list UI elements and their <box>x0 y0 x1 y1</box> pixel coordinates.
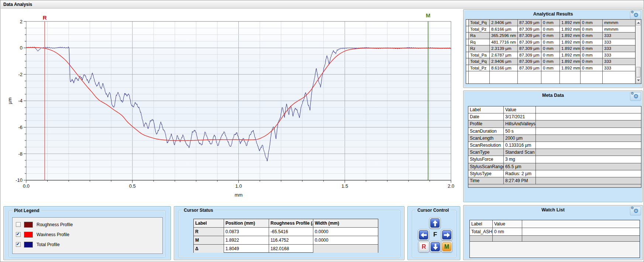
table-cell: Total_Pq <box>469 58 490 65</box>
legend-checkbox[interactable] <box>16 242 21 247</box>
cursor-left-button[interactable] <box>418 229 429 241</box>
cursor-right-button[interactable] <box>441 229 452 241</box>
table-cell <box>466 58 469 65</box>
meta-row[interactable]: ScanResolution0.133316 µm <box>468 142 641 149</box>
table-cell: 2.3139 µm <box>490 45 518 52</box>
cursor-status-row[interactable]: M1.8922116.47520.0000 <box>194 236 378 245</box>
analytical-empty-row <box>466 71 635 84</box>
cursor-label-m: M <box>426 12 431 18</box>
watch-list-table: LabelValueTotal_ASH0 nm <box>469 220 640 258</box>
scroll-up-button[interactable] <box>636 20 641 25</box>
window-title: Data Analysis <box>1 1 32 8</box>
table-cell: Profile <box>468 120 504 127</box>
analytical-row[interactable]: Rq481.7716 nm87.309 µm0 mm1.892 mm0 mm33… <box>466 39 635 46</box>
table-cell: 87.309 µm <box>518 39 541 45</box>
cursor-status-row[interactable]: R0.0873-65.54160.0000 <box>194 228 378 236</box>
meta-row[interactable]: StylusTypeRadius: 2 µm <box>468 170 641 177</box>
legend-item[interactable]: Total Profile <box>13 239 162 249</box>
table-cell: StylusScanRange <box>468 163 504 170</box>
table-cell: Time <box>468 177 504 184</box>
table-cell <box>313 245 378 253</box>
y-tick-label: -6 <box>18 125 23 130</box>
table-cell: 182.0168 <box>269 245 313 253</box>
table-cell <box>536 113 641 120</box>
analytical-row[interactable]: Total_Pz8.6166 µm87.309 µm0 mm1.892 mm0 … <box>466 26 635 33</box>
analytical-row[interactable]: Total_Pz8.6166 µm87.309 µm0 mm1.892 mm0 … <box>466 65 635 72</box>
table-cell <box>466 20 469 26</box>
meta-row[interactable]: ProfileHillsAndValleys <box>468 120 641 127</box>
cursor-down-button[interactable] <box>430 241 441 252</box>
table-cell <box>522 228 640 235</box>
watch-list-panel: Watch List ⚙ ⚙ LabelValueTotal_ASH0 nm <box>463 205 643 260</box>
cursor-measure-button[interactable]: M <box>441 241 452 252</box>
watch-settings-button[interactable]: ⚙ ⚙ <box>630 207 641 215</box>
table-cell <box>466 45 469 52</box>
cursor-fine-button[interactable]: F <box>433 231 437 238</box>
table-cell: Label <box>194 219 224 227</box>
table-cell: Date <box>468 113 504 120</box>
gear-icon: ⚙ <box>633 93 638 100</box>
analytical-settings-button[interactable]: ⚙ ⚙ <box>630 11 641 20</box>
roughness-profile-dropdown[interactable]: Roughness Profile (Å) <box>269 219 313 227</box>
arrow-down-icon <box>431 242 440 251</box>
profile-chart[interactable]: -10-8-6-4-2020.00.51.01.52.0µmmmRM <box>3 8 461 204</box>
table-cell: 87.309 µm <box>518 52 541 58</box>
meta-row[interactable]: ScanDuration50 s <box>468 128 641 135</box>
meta-row[interactable]: ScanTypeStandard Scan <box>468 149 641 156</box>
table-cell <box>536 135 641 142</box>
table-cell: 1.8049 <box>224 245 269 253</box>
meta-data-table: LabelValueDate3/17/2021ProfileHillsAndVa… <box>468 106 641 188</box>
table-cell: Rz <box>469 45 490 52</box>
analytical-row[interactable]: Ra365.2596 nm87.309 µm0 mm1.892 mm0 mm33… <box>466 33 635 39</box>
analytical-row[interactable]: Rz2.3139 µm87.309 µm0 mm1.892 mm0 mm333 <box>466 45 635 52</box>
table-cell: Standard Scan <box>504 149 536 156</box>
meta-row[interactable]: Date3/17/2021 <box>468 113 641 120</box>
table-cell: Width (mm) <box>313 219 378 227</box>
legend-item[interactable]: Roughness Profile <box>13 220 162 229</box>
table-cell: 0 mm <box>581 45 603 52</box>
meta-row[interactable]: ScanLength2000 µm <box>468 135 641 142</box>
x-tick-label: 2.0 <box>448 183 454 189</box>
table-cell: 2000 µm <box>504 135 536 142</box>
analytical-scrollbar[interactable] <box>636 19 641 84</box>
cursor-reference-button[interactable]: R <box>418 241 430 252</box>
meta-row[interactable]: StylusForce3 mg <box>468 156 641 163</box>
table-cell: 1.892 mm <box>560 26 581 33</box>
x-tick-label: 0.5 <box>129 183 136 189</box>
analytical-row[interactable]: Total_Pq2.9406 µm87.309 µm0 mm1.892 mm0 … <box>466 20 635 26</box>
meta-row[interactable]: Time8:27:49 PM <box>468 177 641 184</box>
table-cell: 0 mm <box>581 65 603 71</box>
table-cell: 0 mm <box>581 33 603 39</box>
table-cell: Label <box>470 220 493 228</box>
table-cell: 0 mm <box>541 20 560 26</box>
cursor-status-row[interactable]: Δ1.8049182.0168 <box>194 245 378 253</box>
table-cell <box>536 177 641 184</box>
table-cell <box>522 220 640 228</box>
table-cell: 333 <box>603 39 635 45</box>
table-cell <box>536 142 641 149</box>
arrow-up-icon <box>430 218 440 228</box>
scrollbar-thumb[interactable] <box>636 67 641 77</box>
legend-checkbox[interactable] <box>16 222 21 227</box>
watch-fill-area <box>470 242 640 258</box>
table-cell: StylusType <box>468 170 504 177</box>
y-tick-label: -8 <box>18 151 23 157</box>
legend-checkbox[interactable] <box>16 232 21 237</box>
legend-item[interactable]: Waviness Profile <box>13 229 162 239</box>
legend-item-label: Roughness Profile <box>37 222 73 227</box>
cursor-up-button[interactable] <box>429 217 441 229</box>
scroll-down-button[interactable] <box>636 78 641 83</box>
table-cell: 1.892 mm <box>560 58 581 65</box>
watch-row[interactable]: Total_ASH0 nm <box>470 228 640 236</box>
table-cell: 333 <box>603 58 635 65</box>
analytical-row[interactable]: Total_Pq2.9406 µm87.309 µm0 mm1.892 mm0 … <box>466 58 635 65</box>
cursor-status-panel: Cursor Status LabelPosition (mm)Roughnes… <box>174 206 404 260</box>
table-cell: 0 mm <box>581 58 603 65</box>
table-cell: 0.0000 <box>313 228 378 236</box>
analytical-row[interactable]: Total_Pa2.6787 µm87.309 µm0 mm1.892 mm0 … <box>466 52 635 59</box>
meta-row[interactable]: StylusScanRange65.5 µm <box>468 163 641 170</box>
table-cell: 3 mg <box>504 156 536 163</box>
y-tick-label: 2 <box>20 19 23 24</box>
meta-settings-button[interactable]: ⚙ ⚙ <box>630 92 641 101</box>
triangle-down-icon <box>637 79 640 81</box>
